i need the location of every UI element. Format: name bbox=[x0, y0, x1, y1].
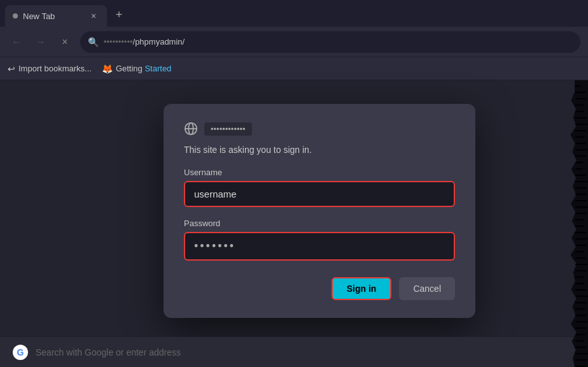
bookmark-getting-label: Getting Started bbox=[116, 64, 171, 73]
browser-window: New Tab × + ← → × 🔍 ••••••••••/phpmyadmi… bbox=[0, 0, 588, 367]
username-field-group: Username bbox=[184, 168, 455, 219]
username-label: Username bbox=[184, 168, 455, 177]
username-input[interactable] bbox=[184, 181, 455, 207]
google-icon: G bbox=[13, 345, 28, 360]
import-icon: ↩ bbox=[8, 64, 15, 74]
back-button[interactable]: ← bbox=[8, 33, 25, 51]
active-tab[interactable]: New Tab × bbox=[5, 5, 107, 27]
new-tab-search-bar[interactable]: G Search with Google or enter address bbox=[0, 336, 588, 367]
getting-text: Getting bbox=[116, 64, 143, 73]
password-label: Password bbox=[184, 219, 455, 228]
dialog-header: •••••••••••• bbox=[184, 122, 455, 136]
password-field-group: Password bbox=[184, 219, 455, 272]
close-nav-button[interactable]: × bbox=[56, 33, 74, 51]
tab-bar: New Tab × + bbox=[0, 0, 588, 27]
search-placeholder-text: Search with Google or enter address bbox=[36, 347, 181, 357]
globe-icon bbox=[184, 122, 198, 136]
bookmark-import[interactable]: ↩ Import bookmarks... bbox=[8, 64, 92, 74]
dialog-subtitle: This site is asking you to sign in. bbox=[184, 145, 455, 155]
started-highlight: Started bbox=[144, 64, 171, 73]
bookmark-getting-started[interactable]: 🦊 Getting Started bbox=[102, 64, 171, 74]
auth-dialog: •••••••••••• This site is asking you to … bbox=[164, 104, 475, 318]
cancel-button[interactable]: Cancel bbox=[399, 277, 455, 300]
dialog-overlay: •••••••••••• This site is asking you to … bbox=[0, 80, 588, 367]
main-content: •••••••••••• This site is asking you to … bbox=[0, 80, 588, 367]
password-input[interactable] bbox=[184, 232, 455, 261]
tab-close-button[interactable]: × bbox=[88, 10, 99, 22]
tab-title: New Tab bbox=[23, 11, 83, 21]
new-tab-button[interactable]: + bbox=[109, 5, 129, 24]
dialog-actions: Sign in Cancel bbox=[184, 277, 455, 300]
forward-button[interactable]: → bbox=[32, 33, 50, 51]
bookmark-import-label: Import bookmarks... bbox=[18, 64, 92, 73]
bookmarks-bar: ↩ Import bookmarks... 🦊 Getting Started bbox=[0, 57, 588, 80]
tab-favicon bbox=[13, 13, 18, 18]
firefox-icon: 🦊 bbox=[102, 64, 113, 74]
address-bar[interactable]: 🔍 ••••••••••/phpmyadmin/ bbox=[80, 31, 580, 53]
address-obscured: •••••••••• bbox=[104, 37, 133, 47]
address-dim-part: ••••••••••/phpmyadmin/ bbox=[104, 37, 185, 47]
search-icon: 🔍 bbox=[88, 37, 99, 47]
nav-bar: ← → × 🔍 ••••••••••/phpmyadmin/ bbox=[0, 27, 588, 57]
dialog-site-url: •••••••••••• bbox=[204, 122, 252, 136]
address-path: /phpmyadmin/ bbox=[133, 37, 185, 47]
sign-in-button[interactable]: Sign in bbox=[332, 277, 392, 300]
